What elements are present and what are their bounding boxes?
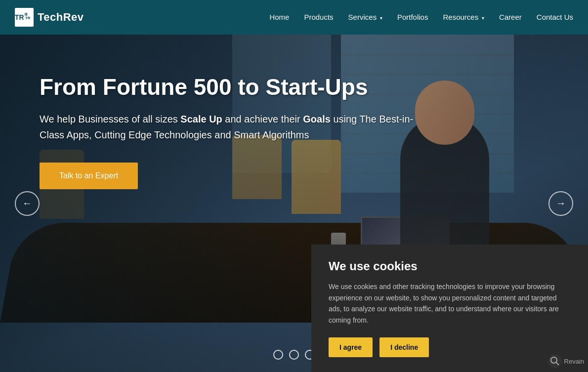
slide-dot-1[interactable]	[273, 350, 283, 360]
nav-services[interactable]: Services ▾	[348, 13, 382, 21]
brand-name: TechRev	[38, 11, 84, 24]
cookie-title: We use cookies	[329, 259, 571, 273]
hero-subtitle: We help Businesses of all sizes Scale Up…	[40, 111, 415, 143]
slide-indicators	[273, 350, 315, 360]
nav-contact[interactable]: Contact Us	[537, 13, 573, 21]
hero-title: From Fortune 500 to Start-Ups	[40, 74, 415, 100]
logo[interactable]: TR R TechRev	[15, 8, 84, 27]
nav-career[interactable]: Career	[499, 13, 522, 21]
slide-dot-2[interactable]	[289, 350, 299, 360]
left-arrow-icon: ←	[22, 198, 32, 209]
nav-home[interactable]: Home	[269, 13, 289, 21]
services-dropdown-arrow: ▾	[378, 15, 382, 21]
logo-icon: TR R	[15, 8, 34, 27]
cookie-agree-button[interactable]: I agree	[329, 337, 373, 357]
svg-line-5	[556, 363, 559, 365]
cookie-text: We use cookies and other tracking techno…	[329, 281, 571, 326]
hero-content: From Fortune 500 to Start-Ups We help Bu…	[40, 74, 415, 189]
nav-products[interactable]: Products	[304, 13, 333, 21]
revain-watermark: Revain	[548, 354, 584, 368]
svg-point-4	[551, 357, 557, 363]
cta-button[interactable]: Talk to an Expert	[40, 163, 138, 189]
next-slide-button[interactable]: →	[548, 191, 573, 216]
cookie-decline-button[interactable]: I decline	[379, 337, 429, 357]
cookie-banner: We use cookies We use cookies and other …	[311, 245, 588, 372]
cookie-buttons: I agree I decline	[329, 337, 571, 357]
right-arrow-icon: →	[556, 198, 566, 209]
svg-text:TR: TR	[25, 16, 31, 20]
prev-slide-button[interactable]: ←	[15, 191, 40, 216]
resources-dropdown-arrow: ▾	[480, 15, 484, 21]
nav-links: Home Products Services ▾ Portfolios Reso…	[269, 13, 573, 22]
nav-resources[interactable]: Resources ▾	[443, 13, 484, 21]
revain-label: Revain	[564, 358, 584, 365]
navbar: TR R TechRev Home Products Services ▾ Po…	[0, 0, 588, 35]
hero-section: From Fortune 500 to Start-Ups We help Bu…	[0, 35, 588, 372]
revain-icon	[548, 354, 562, 368]
nav-portfolios[interactable]: Portfolios	[397, 13, 428, 21]
